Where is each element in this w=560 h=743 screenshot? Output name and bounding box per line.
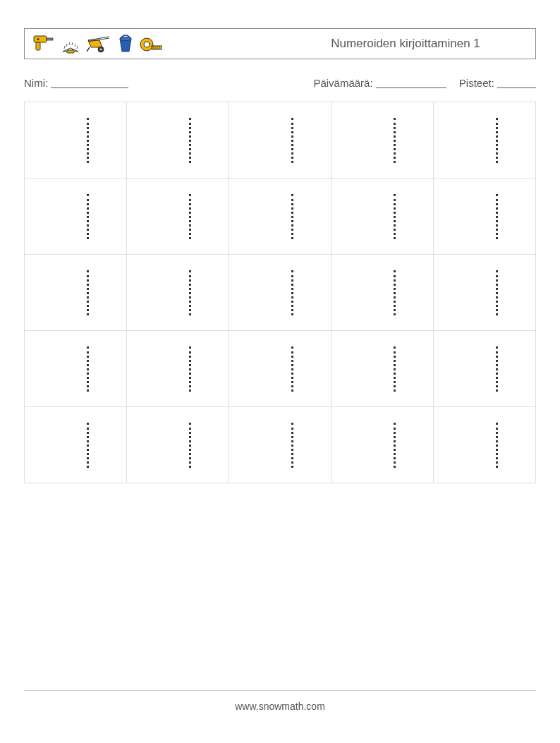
trace-glyph-1 <box>291 118 294 163</box>
tracing-cell[interactable] <box>25 407 127 483</box>
score-blank[interactable] <box>497 78 536 88</box>
saw-blade-icon <box>60 33 81 54</box>
trace-glyph-1 <box>496 423 499 468</box>
tracing-row <box>25 102 536 179</box>
date-field: Päivämäärä: <box>313 76 446 89</box>
tracing-cell[interactable] <box>25 179 127 255</box>
drill-icon <box>32 33 56 54</box>
svg-point-3 <box>37 38 39 40</box>
trace-glyph-1 <box>394 194 396 239</box>
score-label: Pisteet: <box>459 77 494 89</box>
tracing-cell[interactable] <box>331 179 434 255</box>
name-field: Nimi: <box>24 76 313 89</box>
tracing-cell[interactable] <box>331 102 434 179</box>
footer-url: www.snowmath.com <box>235 701 325 712</box>
tool-icon-row <box>32 33 163 54</box>
trace-glyph-1 <box>87 194 90 239</box>
tracing-cell[interactable] <box>434 102 536 179</box>
tracing-row <box>25 255 536 331</box>
svg-rect-0 <box>34 36 47 42</box>
trace-glyph-1 <box>394 270 396 315</box>
tracing-cell[interactable] <box>127 255 229 331</box>
tracing-cell[interactable] <box>25 255 127 331</box>
meta-row: Nimi: Päivämäärä: Pisteet: <box>24 76 536 89</box>
trace-glyph-1 <box>291 423 294 468</box>
tracing-cell[interactable] <box>229 407 331 483</box>
trace-glyph-1 <box>394 346 396 392</box>
tracing-cell[interactable] <box>127 331 229 407</box>
tracing-cell[interactable] <box>331 255 434 331</box>
tracing-cell[interactable] <box>127 102 229 179</box>
tracing-row <box>25 407 536 483</box>
tracing-cell[interactable] <box>229 102 331 179</box>
trace-glyph-1 <box>189 270 192 315</box>
name-label: Nimi: <box>24 77 48 89</box>
trace-glyph-1 <box>496 270 499 315</box>
trace-glyph-1 <box>189 118 192 163</box>
trace-glyph-1 <box>394 423 396 468</box>
svg-point-10 <box>144 42 150 47</box>
trace-glyph-1 <box>87 118 90 163</box>
tracing-cell[interactable] <box>434 255 536 331</box>
tracing-cell[interactable] <box>229 255 331 331</box>
tracing-cell[interactable] <box>25 331 127 407</box>
svg-point-7 <box>100 49 102 51</box>
tracing-cell[interactable] <box>434 407 536 483</box>
tracing-cell[interactable] <box>434 179 536 255</box>
trace-glyph-1 <box>189 194 192 239</box>
bucket-icon <box>116 33 135 54</box>
trace-glyph-1 <box>394 118 396 163</box>
trace-glyph-1 <box>87 270 90 315</box>
trace-glyph-1 <box>496 118 499 163</box>
trace-glyph-1 <box>189 346 192 392</box>
tracing-row <box>25 331 536 407</box>
tracing-cell[interactable] <box>331 407 434 483</box>
name-blank[interactable] <box>51 78 128 88</box>
trace-glyph-1 <box>189 423 192 468</box>
tracing-cell[interactable] <box>127 179 229 255</box>
svg-rect-1 <box>47 38 53 40</box>
trace-glyph-1 <box>291 270 294 315</box>
trace-glyph-1 <box>291 194 294 239</box>
svg-rect-2 <box>36 42 40 50</box>
tracing-cell[interactable] <box>434 331 536 407</box>
date-blank[interactable] <box>376 78 446 88</box>
tracing-cell[interactable] <box>127 407 229 483</box>
tracing-cell[interactable] <box>25 102 127 179</box>
worksheet-title: Numeroiden kirjoittaminen 1 <box>163 37 528 51</box>
trace-glyph-1 <box>87 423 90 468</box>
tracing-cell[interactable] <box>229 331 331 407</box>
worksheet-header: Numeroiden kirjoittaminen 1 <box>24 28 536 59</box>
trace-glyph-1 <box>496 194 499 239</box>
tracing-row <box>25 179 536 255</box>
svg-rect-5 <box>67 50 74 53</box>
trace-glyph-1 <box>496 346 499 392</box>
score-field: Pisteet: <box>459 76 536 89</box>
trace-glyph-1 <box>291 346 294 392</box>
wheelbarrow-icon <box>85 33 112 54</box>
footer: www.snowmath.com <box>24 690 536 712</box>
tracing-cell[interactable] <box>229 179 331 255</box>
tape-measure-icon <box>139 33 163 54</box>
date-label: Päivämäärä: <box>313 77 372 89</box>
trace-glyph-1 <box>87 346 90 392</box>
tracing-grid <box>24 102 536 483</box>
tracing-cell[interactable] <box>331 331 434 407</box>
